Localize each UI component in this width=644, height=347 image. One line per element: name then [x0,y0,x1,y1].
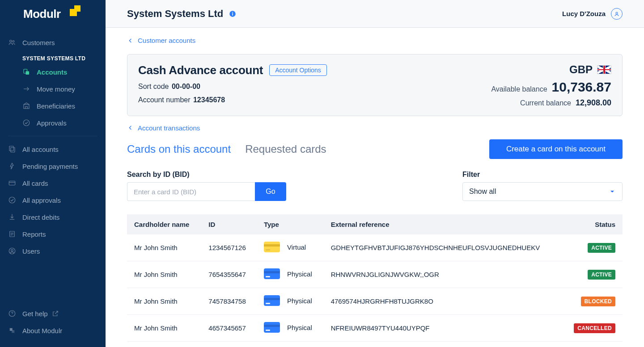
cell-cardholder: Mr John Smith [127,342,201,347]
back-link-label: Customer accounts [138,37,195,44]
sidebar-item-customers[interactable]: Customers [0,34,106,51]
sidebar-item-label: Direct debits [22,213,59,221]
direct-debits-icon [8,213,16,221]
account-number-value: 12345678 [193,96,225,104]
sidebar-item-label: Move money [37,85,75,93]
sidebar-item-label: Accounts [37,68,67,76]
sidebar-item-label: Get help [22,310,48,318]
info-icon[interactable] [229,10,237,18]
sidebar-item-label: All approvals [22,196,61,204]
svg-point-1 [13,41,14,42]
cell-type: Physical [257,261,324,288]
cell-cardholder: Mr John Smith [127,315,201,342]
sidebar-item-all-cards[interactable]: All cards [0,175,106,192]
sidebar-divider [8,136,97,136]
pending-payments-icon [8,162,16,170]
filter-select[interactable]: Show all [462,182,623,201]
sidebar-item-about[interactable]: About Modulr [0,322,106,339]
user-avatar-icon [611,8,623,20]
svg-rect-16 [12,330,14,333]
brand-logo: Modulr [0,0,106,28]
card-physical-icon [264,322,280,333]
status-badge: ACTIVE [588,270,615,280]
table-row[interactable]: Mr John Smith4657345657PhysicalNFREIUWR8… [127,315,623,342]
header-user[interactable]: Lucy D'Zouza [562,8,623,20]
currency-code: GBP [569,63,593,76]
col-cardholder: Cardholder name [127,214,201,234]
all-cards-icon [8,179,16,187]
brand-text: Modulr [23,7,61,21]
main-content: Customer accounts Cash Advance account A… [106,28,644,347]
search-go-button[interactable]: Go [255,182,286,201]
sidebar-item-direct-debits[interactable]: Direct debits [0,209,106,226]
cell-external-ref: 4769574HJRGRHFH8TUJGRK8O [324,288,563,315]
approvals-icon [22,119,30,127]
filter-selected-value: Show all [469,188,496,196]
svg-rect-8 [9,181,15,185]
cell-external-ref: NFREIUWR8497TYU440UYPQF [324,315,563,342]
cell-external-ref: GDHEYTGFHVBTJUFIGJ876YHDSCHNHEUFLOSVJUGN… [324,234,563,261]
search-input[interactable] [127,182,255,201]
sidebar-item-approvals[interactable]: Approvals [0,114,106,131]
status-badge: BLOCKED [581,297,615,306]
sidebar-nav: Customers SYSTEM SYSTEMS LTD Accounts Mo… [0,28,106,301]
cell-status: ACTIVE [563,234,623,261]
status-badge: CANCELLED [574,323,615,333]
table-row[interactable]: Mr John Smith7654355647PhysicalRHNWVRNJG… [127,261,623,288]
cell-status: ACTIVE [563,261,623,288]
sort-code-label: Sort code [138,83,169,90]
svg-point-14 [12,315,13,315]
col-id: ID [201,214,257,234]
tab-cards-on-account[interactable]: Cards on this account [127,143,231,155]
cell-status: CANCELLED [563,315,623,342]
sidebar-item-label: Beneficiaries [37,102,75,110]
sidebar-item-beneficiaries[interactable]: Beneficiaries [0,97,106,114]
cell-cardholder: Mr John Smith [127,261,201,288]
sort-code-value: 00-00-00 [172,83,200,90]
sidebar-item-label: All cards [22,180,48,187]
col-type: Type [257,214,324,234]
back-customer-accounts[interactable]: Customer accounts [127,37,195,44]
cell-status: EXPIRED [563,342,623,347]
sidebar-item-pending-payments[interactable]: Pending payments [0,158,106,175]
col-status: Status [563,214,623,234]
transactions-link-label: Account transactions [138,124,200,132]
cell-type: Physical [257,288,324,315]
cell-type: Physical [257,342,324,347]
help-icon [8,309,16,318]
flag-gb-icon [597,65,611,74]
create-card-button[interactable]: Create a card on this account [489,139,623,159]
sidebar-footer: Get help About Modulr [0,301,106,347]
header-left: System Systems Ltd [127,8,237,20]
back-account-transactions[interactable]: Account transactions [127,124,200,132]
sidebar-item-label: Users [22,247,40,255]
sidebar-item-label: Approvals [37,119,67,127]
sidebar-item-users[interactable]: Users [0,242,106,259]
cell-id: 7457834758 [201,288,257,315]
cell-cardholder: Mr John Smith [127,288,201,315]
table-row[interactable]: Mr John Smith1234567126VirtualGDHEYTGFHV… [127,234,623,261]
account-options-button[interactable]: Account Options [269,64,327,76]
available-balance-label: Available balance [491,85,547,93]
svg-rect-7 [11,147,15,152]
account-title: Cash Advance account [138,63,263,77]
cell-cardholder: Mr John Smith [127,234,201,261]
tab-requested-cards[interactable]: Requested cards [245,143,326,155]
sidebar-item-accounts[interactable]: Accounts [0,63,106,80]
cell-id: 4657345657 [201,315,257,342]
cell-type: Physical [257,315,324,342]
sidebar-item-get-help[interactable]: Get help [0,305,106,322]
brand-mark-icon [70,5,81,17]
table-row[interactable]: Mr John Smith7457834758Physical4769574HJ… [127,288,623,315]
cards-table: Cardholder name ID Type External referen… [127,214,623,347]
sidebar-item-reports[interactable]: Reports [0,226,106,242]
top-header: System Systems Ltd Lucy D'Zouza [106,0,644,28]
sidebar-item-all-accounts[interactable]: All accounts [0,141,106,158]
cell-id: 1234567126 [201,234,257,261]
sidebar-item-move-money[interactable]: Move money [0,80,106,97]
table-row[interactable]: Mr John Smith4657345657PhysicalHFRU6T876… [127,342,623,347]
sidebar-item-all-approvals[interactable]: All approvals [0,192,106,209]
move-money-icon [22,85,30,93]
users-icon [8,247,16,255]
account-panel-left: Cash Advance account Account Options Sor… [138,63,327,108]
